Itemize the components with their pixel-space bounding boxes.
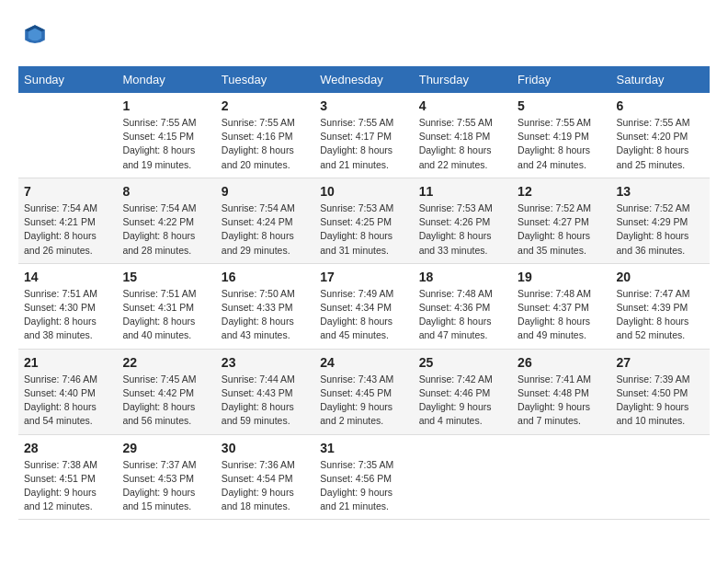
day-info: Sunrise: 7:43 AMSunset: 4:45 PMDaylight:… [320,373,407,429]
calendar-cell: 29 Sunrise: 7:37 AMSunset: 4:53 PMDaylig… [117,434,215,520]
calendar-cell: 16 Sunrise: 7:50 AMSunset: 4:33 PMDaylig… [216,263,314,349]
day-info: Sunrise: 7:54 AMSunset: 4:21 PMDaylight:… [24,201,111,258]
day-number: 4 [419,98,506,113]
day-number: 6 [617,98,704,113]
calendar-cell: 5 Sunrise: 7:55 AMSunset: 4:19 PMDayligh… [512,93,610,178]
weekday-header-wednesday: Wednesday [314,66,413,93]
day-number: 31 [320,441,407,455]
day-info: Sunrise: 7:44 AMSunset: 4:43 PMDaylight:… [222,373,309,429]
calendar-cell: 12 Sunrise: 7:52 AMSunset: 4:27 PMDaylig… [512,178,610,263]
calendar-week-4: 21 Sunrise: 7:46 AMSunset: 4:40 PMDaylig… [18,349,710,434]
day-number: 27 [617,355,704,370]
day-number: 28 [24,441,111,455]
calendar-cell: 27 Sunrise: 7:39 AMSunset: 4:50 PMDaylig… [611,349,710,434]
calendar-cell: 8 Sunrise: 7:54 AMSunset: 4:22 PMDayligh… [117,178,215,263]
day-info: Sunrise: 7:54 AMSunset: 4:24 PMDaylight:… [222,201,309,258]
day-number: 14 [24,270,111,284]
day-info: Sunrise: 7:35 AMSunset: 4:56 PMDaylight:… [320,458,407,514]
day-number: 11 [419,184,506,199]
calendar-week-5: 28 Sunrise: 7:38 AMSunset: 4:51 PMDaylig… [18,434,710,520]
day-info: Sunrise: 7:53 AMSunset: 4:25 PMDaylight:… [320,201,407,258]
day-info: Sunrise: 7:42 AMSunset: 4:46 PMDaylight:… [419,373,506,429]
calendar-cell: 30 Sunrise: 7:36 AMSunset: 4:54 PMDaylig… [216,434,314,520]
day-number: 24 [320,355,407,370]
weekday-header-saturday: Saturday [611,66,710,93]
calendar-cell: 18 Sunrise: 7:48 AMSunset: 4:36 PMDaylig… [414,263,512,349]
day-number: 29 [122,441,210,455]
calendar-cell: 9 Sunrise: 7:54 AMSunset: 4:24 PMDayligh… [216,178,314,263]
day-info: Sunrise: 7:53 AMSunset: 4:26 PMDaylight:… [419,201,506,258]
day-info: Sunrise: 7:48 AMSunset: 4:37 PMDaylight:… [518,287,605,343]
calendar-cell: 19 Sunrise: 7:48 AMSunset: 4:37 PMDaylig… [512,263,610,349]
weekday-header-sunday: Sunday [18,66,117,93]
day-info: Sunrise: 7:52 AMSunset: 4:27 PMDaylight:… [518,201,605,258]
calendar-table: SundayMondayTuesdayWednesdayThursdayFrid… [18,66,710,520]
calendar-cell [512,434,610,520]
day-info: Sunrise: 7:38 AMSunset: 4:51 PMDaylight:… [24,458,111,514]
day-info: Sunrise: 7:54 AMSunset: 4:22 PMDaylight:… [122,201,210,258]
calendar-cell [414,434,512,520]
calendar-week-1: 1 Sunrise: 7:55 AMSunset: 4:15 PMDayligh… [18,93,710,178]
calendar-cell: 26 Sunrise: 7:41 AMSunset: 4:48 PMDaylig… [512,349,610,434]
calendar-cell: 6 Sunrise: 7:55 AMSunset: 4:20 PMDayligh… [611,93,710,178]
day-number: 8 [122,184,210,199]
calendar-cell: 31 Sunrise: 7:35 AMSunset: 4:56 PMDaylig… [314,434,413,520]
day-info: Sunrise: 7:52 AMSunset: 4:29 PMDaylight:… [617,201,704,258]
day-number: 22 [122,355,210,370]
day-info: Sunrise: 7:48 AMSunset: 4:36 PMDaylight:… [419,287,506,343]
day-info: Sunrise: 7:45 AMSunset: 4:42 PMDaylight:… [122,373,210,429]
calendar-cell [18,93,117,178]
day-number: 2 [222,98,309,113]
day-number: 12 [518,184,605,199]
day-info: Sunrise: 7:46 AMSunset: 4:40 PMDaylight:… [24,373,111,429]
day-number: 20 [617,270,704,284]
day-info: Sunrise: 7:55 AMSunset: 4:16 PMDaylight:… [222,116,309,172]
day-info: Sunrise: 7:41 AMSunset: 4:48 PMDaylight:… [518,373,605,429]
day-number: 25 [419,355,506,370]
calendar-cell: 21 Sunrise: 7:46 AMSunset: 4:40 PMDaylig… [18,349,117,434]
day-number: 17 [320,270,407,284]
day-number: 19 [518,270,605,284]
day-number: 9 [222,184,309,199]
calendar-cell: 20 Sunrise: 7:47 AMSunset: 4:39 PMDaylig… [611,263,710,349]
day-info: Sunrise: 7:55 AMSunset: 4:17 PMDaylight:… [320,116,407,172]
day-number: 26 [518,355,605,370]
day-info: Sunrise: 7:55 AMSunset: 4:20 PMDaylight:… [617,116,704,172]
weekday-header-thursday: Thursday [414,66,512,93]
day-info: Sunrise: 7:47 AMSunset: 4:39 PMDaylight:… [617,287,704,343]
weekday-header-tuesday: Tuesday [216,66,314,93]
day-info: Sunrise: 7:39 AMSunset: 4:50 PMDaylight:… [617,373,704,429]
day-info: Sunrise: 7:37 AMSunset: 4:53 PMDaylight:… [122,458,210,514]
logo-icon [18,18,51,52]
day-info: Sunrise: 7:49 AMSunset: 4:34 PMDaylight:… [320,287,407,343]
day-info: Sunrise: 7:55 AMSunset: 4:18 PMDaylight:… [419,116,506,172]
page-header [18,18,710,52]
day-number: 13 [617,184,704,199]
day-info: Sunrise: 7:55 AMSunset: 4:15 PMDaylight:… [122,116,210,172]
calendar-week-2: 7 Sunrise: 7:54 AMSunset: 4:21 PMDayligh… [18,178,710,263]
day-number: 1 [122,98,210,113]
day-info: Sunrise: 7:50 AMSunset: 4:33 PMDaylight:… [222,287,309,343]
day-number: 5 [518,98,605,113]
calendar-cell: 3 Sunrise: 7:55 AMSunset: 4:17 PMDayligh… [314,93,413,178]
day-info: Sunrise: 7:36 AMSunset: 4:54 PMDaylight:… [222,458,309,514]
calendar-cell: 13 Sunrise: 7:52 AMSunset: 4:29 PMDaylig… [611,178,710,263]
calendar-cell: 28 Sunrise: 7:38 AMSunset: 4:51 PMDaylig… [18,434,117,520]
calendar-cell: 24 Sunrise: 7:43 AMSunset: 4:45 PMDaylig… [314,349,413,434]
calendar-cell: 23 Sunrise: 7:44 AMSunset: 4:43 PMDaylig… [216,349,314,434]
calendar-week-3: 14 Sunrise: 7:51 AMSunset: 4:30 PMDaylig… [18,263,710,349]
calendar-cell: 4 Sunrise: 7:55 AMSunset: 4:18 PMDayligh… [414,93,512,178]
weekday-header-row: SundayMondayTuesdayWednesdayThursdayFrid… [18,66,710,93]
calendar-cell: 1 Sunrise: 7:55 AMSunset: 4:15 PMDayligh… [117,93,215,178]
day-info: Sunrise: 7:51 AMSunset: 4:31 PMDaylight:… [122,287,210,343]
day-info: Sunrise: 7:55 AMSunset: 4:19 PMDaylight:… [518,116,605,172]
day-number: 16 [222,270,309,284]
weekday-header-friday: Friday [512,66,610,93]
day-number: 10 [320,184,407,199]
day-number: 18 [419,270,506,284]
calendar-cell: 17 Sunrise: 7:49 AMSunset: 4:34 PMDaylig… [314,263,413,349]
day-info: Sunrise: 7:51 AMSunset: 4:30 PMDaylight:… [24,287,111,343]
weekday-header-monday: Monday [117,66,215,93]
calendar-cell: 15 Sunrise: 7:51 AMSunset: 4:31 PMDaylig… [117,263,215,349]
day-number: 7 [24,184,111,199]
